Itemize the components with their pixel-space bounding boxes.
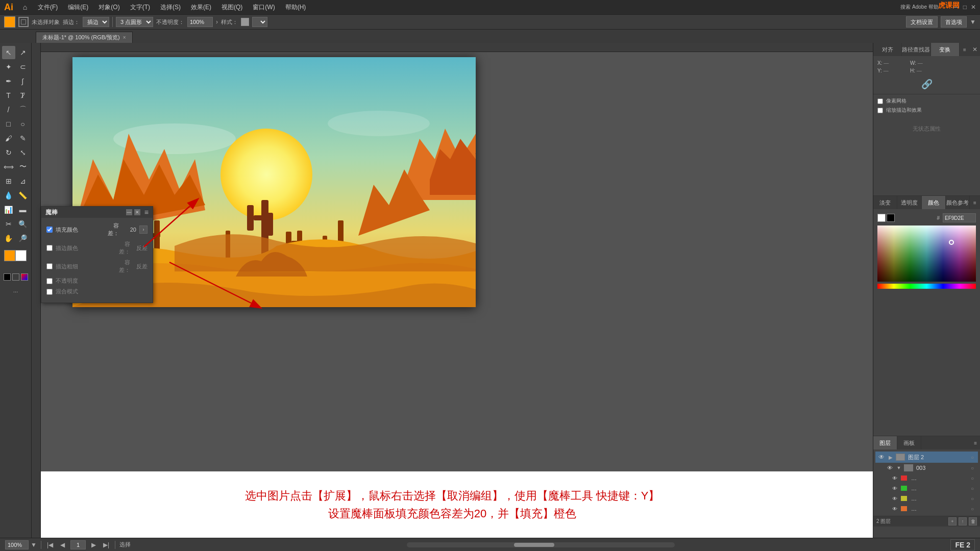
sublayer-3-row[interactable]: 👁 … ○ <box>875 493 978 504</box>
magic-panel-close[interactable]: ✕ <box>134 209 140 215</box>
layer2-expand-icon[interactable]: ▶ <box>888 455 894 460</box>
fill-tolerance-expand[interactable]: › <box>139 226 148 234</box>
none-swatch[interactable] <box>12 273 19 281</box>
magic-panel-titlebar[interactable]: 魔棒 — ✕ ≡ <box>41 207 153 218</box>
style-swatch[interactable] <box>241 18 249 26</box>
sublayer-003-expand[interactable]: ▼ <box>896 465 902 470</box>
perspective-tool[interactable]: ⊿ <box>16 174 30 188</box>
stroke-color-checkbox[interactable] <box>46 245 53 251</box>
window-close[interactable]: ✕ <box>971 4 976 11</box>
tab-transform[interactable]: 变换 <box>931 43 960 56</box>
delete-layer-btn[interactable]: 🗑 <box>969 517 977 525</box>
sublayer-1-row[interactable]: 👁 … ○ <box>875 473 978 483</box>
color-panel-menu[interactable]: ≡ <box>970 196 980 209</box>
ellipse-tool[interactable]: ○ <box>16 117 30 131</box>
zoom-dropdown-arrow[interactable]: ▼ <box>31 541 37 548</box>
document-tab[interactable]: 未标题-1* @ 100% (RGB/预览) × <box>36 32 133 43</box>
zoom-tool[interactable]: 🔍 <box>16 217 30 231</box>
layers-menu[interactable]: ≡ <box>971 440 980 446</box>
vertical-type-tool[interactable]: T̷ <box>16 89 30 102</box>
direct-selection-tool[interactable]: ↗ <box>16 46 30 59</box>
tab-layers[interactable]: 图层 <box>873 436 897 449</box>
sublayer4-circle[interactable]: ○ <box>969 506 976 512</box>
sublayer-2-row[interactable]: 👁 … ○ <box>875 483 978 493</box>
free-transform-tool[interactable]: ⊞ <box>2 174 15 188</box>
pixel-align-checkbox[interactable] <box>877 98 883 104</box>
zoom-input[interactable] <box>5 540 29 549</box>
tab-pathfinder[interactable]: 路径查找器 <box>902 43 930 56</box>
sublayer-003-eye[interactable]: 👁 <box>886 465 894 471</box>
bar-chart-tool[interactable]: 📊 <box>2 203 15 216</box>
rect-tool[interactable]: □ <box>2 117 15 131</box>
hand-tool[interactable]: ✋ <box>2 232 15 245</box>
menu-effect[interactable]: 效果(E) <box>187 2 215 13</box>
blob-brush-tool[interactable]: ✎ <box>16 132 30 145</box>
magic-panel-minimize[interactable]: — <box>126 209 132 215</box>
menu-edit[interactable]: 编辑(E) <box>64 2 92 13</box>
black-swatch[interactable] <box>4 273 11 281</box>
sublayer3-eye[interactable]: 👁 <box>891 496 899 502</box>
sublayer3-circle[interactable]: ○ <box>969 496 976 502</box>
layer-2-row[interactable]: 👁 ▶ 图层 2 ○ <box>875 452 978 463</box>
nav-next[interactable]: ▶ <box>90 541 97 548</box>
tab-align[interactable]: 对齐 <box>873 43 902 56</box>
first-item-btn[interactable]: 首选项 <box>941 16 967 28</box>
layer2-visibility[interactable]: ○ <box>969 455 976 460</box>
color-picker-area[interactable] <box>877 226 976 282</box>
interpolation-select[interactable]: 插边 <box>83 17 109 27</box>
menu-help[interactable]: 帮助(H) <box>281 2 310 13</box>
paintbrush-tool[interactable]: 🖌 <box>2 132 15 145</box>
sublayer4-eye[interactable]: 👁 <box>891 506 899 512</box>
measure-tool[interactable]: 📏 <box>16 189 30 202</box>
sublayer2-circle[interactable]: ○ <box>969 486 976 491</box>
home-icon[interactable]: ⌂ <box>18 1 32 14</box>
column-chart-tool[interactable]: ▬ <box>16 203 30 216</box>
sublayer-003-row[interactable]: 👁 ▼ 003 ○ <box>875 463 978 473</box>
new-layer-btn[interactable]: + <box>948 517 957 525</box>
sublayer1-circle[interactable]: ○ <box>969 475 976 481</box>
opacity-arrow[interactable]: › <box>216 18 218 26</box>
hue-bar[interactable] <box>877 284 976 289</box>
tab-color[interactable]: 颜色 <box>922 196 946 209</box>
sublayer2-eye[interactable]: 👁 <box>891 486 899 491</box>
magic-wand-tool[interactable]: ✦ <box>2 60 15 73</box>
zoom-tool2[interactable]: 🔎 <box>16 232 30 245</box>
hex-value-input[interactable]: EF9D2E <box>943 213 976 222</box>
gradient-swatch[interactable] <box>21 273 28 281</box>
width-tool[interactable]: ⟺ <box>2 160 15 173</box>
scale-tool[interactable]: ⤡ <box>16 146 30 159</box>
menu-file[interactable]: 文件(F) <box>34 2 62 13</box>
scroll-thumb[interactable] <box>514 543 554 547</box>
tab-gradient[interactable]: 淡变 <box>873 196 897 209</box>
fill-color-checkbox[interactable] <box>46 227 53 233</box>
tab-close-btn[interactable]: × <box>123 35 126 40</box>
menu-select[interactable]: 选择(S) <box>156 2 185 13</box>
layer2-eye-icon[interactable]: 👁 <box>877 454 886 461</box>
eyedropper-tool[interactable]: 💧 <box>2 189 15 202</box>
stroke-swatch-icon[interactable] <box>18 17 29 27</box>
canvas-area[interactable]: 魔棒 — ✕ ≡ 填充颜色 容差： 20 › <box>32 43 873 538</box>
black-color-swatch[interactable] <box>887 214 895 222</box>
sublayer1-eye[interactable]: 👁 <box>891 475 899 481</box>
menu-object[interactable]: 对象(O) <box>94 2 124 13</box>
sublayer-4-row[interactable]: 👁 … ○ <box>875 504 978 514</box>
curvature-tool[interactable]: ∫ <box>16 74 30 88</box>
arc-tool[interactable]: ⌒ <box>16 103 30 116</box>
stroke-weight-checkbox[interactable] <box>46 263 53 269</box>
page-input[interactable] <box>70 540 86 549</box>
fill-swatch[interactable] <box>4 16 15 28</box>
tab-transparency[interactable]: 透明度 <box>897 196 921 209</box>
horizontal-scrollbar[interactable] <box>407 542 675 547</box>
menu-type[interactable]: 文字(T) <box>126 2 154 13</box>
options-arrow-right[interactable]: ▼ <box>970 18 976 26</box>
foreground-color-swatch[interactable] <box>4 250 15 261</box>
style-select[interactable] <box>252 17 267 27</box>
menu-window[interactable]: 窗口(W) <box>249 2 279 13</box>
tab-color-ref[interactable]: 颜色参考 <box>946 196 970 209</box>
rotate-tool[interactable]: ↻ <box>2 146 15 159</box>
nav-last[interactable]: ▶| <box>102 541 111 548</box>
opacity-input[interactable] <box>187 17 213 27</box>
move-layer-btn[interactable]: ↑ <box>959 517 967 525</box>
nav-prev[interactable]: ◀ <box>59 541 66 548</box>
line-tool[interactable]: / <box>2 103 15 116</box>
